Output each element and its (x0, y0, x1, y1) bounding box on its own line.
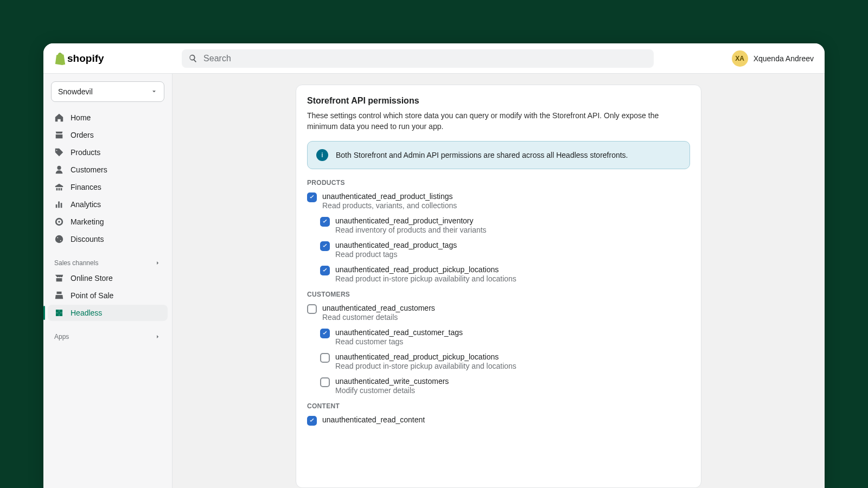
sidebar-section-apps[interactable]: Apps (48, 331, 168, 343)
sidebar-item-marketing[interactable]: Marketing (48, 214, 168, 230)
user-name: Xquenda Andreev (754, 54, 814, 63)
sidebar-item-label: Finances (71, 183, 101, 191)
svg-point-0 (58, 312, 60, 314)
user-menu[interactable]: XA Xquenda Andreev (732, 50, 814, 67)
page-title: Storefront API permissions (307, 96, 690, 106)
permission-name: unauthenticated_read_customer_tags (335, 328, 463, 337)
permission-row: unauthenticated_read_product_tagsRead pr… (320, 241, 690, 262)
sidebar-item-label: Point of Sale (71, 291, 113, 300)
sidebar-item-headless[interactable]: Headless (48, 305, 168, 321)
permission-checkbox[interactable] (320, 241, 330, 251)
customers-icon (54, 165, 64, 175)
search-wrap: Search (115, 49, 721, 68)
permission-row: unauthenticated_read_customersRead custo… (307, 304, 690, 325)
brand-name: shopify (67, 53, 104, 65)
permission-text: unauthenticated_write_customersModify cu… (335, 377, 449, 395)
permission-name: unauthenticated_read_product_pickup_loca… (335, 265, 516, 274)
permission-checkbox[interactable] (307, 304, 317, 314)
sidebar-item-label: Orders (71, 131, 94, 139)
group-label: PRODUCTS (307, 179, 690, 187)
sidebar-item-label: Analytics (71, 200, 101, 209)
info-banner-text: Both Storefront and Admin API permission… (336, 151, 628, 159)
permission-checkbox[interactable] (320, 217, 330, 227)
body: Snowdevil Home Orders Products Customers (43, 74, 825, 488)
permission-name: unauthenticated_read_product_pickup_loca… (335, 352, 516, 361)
permission-checkbox[interactable] (307, 192, 317, 202)
search-icon (188, 54, 198, 63)
sidebar-item-analytics[interactable]: Analytics (48, 196, 168, 213)
permission-name: unauthenticated_read_product_listings (322, 192, 457, 201)
store-name: Snowdevil (58, 87, 93, 96)
permission-checkbox[interactable] (320, 266, 330, 275)
analytics-icon (54, 200, 64, 209)
permission-checkbox[interactable] (320, 377, 330, 387)
permission-row: unauthenticated_read_customer_tagsRead c… (320, 328, 690, 349)
permission-checkbox[interactable] (320, 329, 330, 338)
finances-icon (54, 182, 64, 192)
permission-desc: Modify customer details (335, 386, 449, 395)
group-label: CONTENT (307, 402, 690, 410)
permission-text: unauthenticated_read_product_listingsRea… (322, 192, 457, 210)
permission-row: unauthenticated_write_customersModify cu… (320, 377, 690, 398)
section-label: Sales channels (54, 259, 98, 267)
permission-name: unauthenticated_read_product_inventory (335, 216, 487, 225)
marketing-icon (54, 217, 64, 227)
sidebar-item-home[interactable]: Home (48, 110, 168, 126)
sidebar-item-label: Home (71, 113, 91, 122)
top-bar: shopify Search XA Xquenda Andreev (43, 43, 825, 74)
permission-desc: Read inventory of products and their var… (335, 226, 487, 234)
permission-text: unauthenticated_read_product_pickup_loca… (335, 352, 516, 370)
permission-desc: Read product in-store pickup availabilit… (335, 362, 516, 370)
sidebar-item-finances[interactable]: Finances (48, 179, 168, 195)
shopify-bag-icon (54, 52, 66, 65)
permission-checkbox[interactable] (320, 353, 330, 363)
sidebar-item-label: Discounts (71, 235, 104, 243)
app-window: shopify Search XA Xquenda Andreev Snowde… (43, 43, 825, 488)
home-icon (54, 113, 64, 123)
permission-desc: Read products, variants, and collections (322, 201, 457, 210)
permission-text: unauthenticated_read_product_pickup_loca… (335, 265, 516, 283)
permission-checkbox[interactable] (307, 416, 317, 426)
permission-desc: Read product in-store pickup availabilit… (335, 274, 516, 283)
permission-name: unauthenticated_read_customers (322, 304, 435, 312)
permission-desc: Read product tags (335, 250, 457, 259)
chevron-right-icon (155, 333, 161, 340)
brand-logo[interactable]: shopify (54, 52, 104, 65)
sidebar-item-label: Products (71, 148, 100, 157)
permission-name: unauthenticated_read_product_tags (335, 241, 457, 249)
pos-icon (54, 291, 64, 300)
permission-row: unauthenticated_read_product_inventoryRe… (320, 216, 690, 237)
discounts-icon (54, 234, 64, 244)
permission-row: unauthenticated_read_content (307, 415, 690, 427)
products-icon (54, 147, 64, 157)
permission-name: unauthenticated_read_content (322, 415, 425, 424)
sidebar-item-products[interactable]: Products (48, 144, 168, 160)
headless-icon (54, 308, 64, 318)
sidebar-item-discounts[interactable]: Discounts (48, 231, 168, 247)
permission-desc: Read customer details (322, 313, 435, 322)
sidebar-item-pos[interactable]: Point of Sale (48, 287, 168, 304)
main-content: Storefront API permissions These setting… (173, 74, 825, 488)
permission-text: unauthenticated_read_customersRead custo… (322, 304, 435, 322)
orders-icon (54, 130, 64, 140)
permission-row: unauthenticated_read_product_pickup_loca… (320, 265, 690, 286)
avatar: XA (732, 50, 748, 67)
sidebar-item-online-store[interactable]: Online Store (48, 270, 168, 286)
section-label: Apps (54, 333, 69, 341)
permission-text: unauthenticated_read_content (322, 415, 425, 424)
store-icon (54, 273, 64, 283)
permission-groups: PRODUCTSunauthenticated_read_product_lis… (307, 179, 690, 427)
sidebar-item-orders[interactable]: Orders (48, 127, 168, 143)
permission-text: unauthenticated_read_product_tagsRead pr… (335, 241, 457, 259)
permission-text: unauthenticated_read_customer_tagsRead c… (335, 328, 463, 346)
group-label: CUSTOMERS (307, 291, 690, 298)
store-selector[interactable]: Snowdevil (51, 81, 164, 102)
permission-row: unauthenticated_read_product_pickup_loca… (320, 352, 690, 374)
sidebar-item-customers[interactable]: Customers (48, 162, 168, 178)
permission-name: unauthenticated_write_customers (335, 377, 449, 386)
permission-row: unauthenticated_read_product_listingsRea… (307, 192, 690, 213)
info-banner: i Both Storefront and Admin API permissi… (307, 141, 690, 169)
sidebar-section-sales-channels[interactable]: Sales channels (48, 257, 168, 269)
search-placeholder: Search (203, 54, 231, 63)
search-input[interactable]: Search (182, 49, 654, 68)
